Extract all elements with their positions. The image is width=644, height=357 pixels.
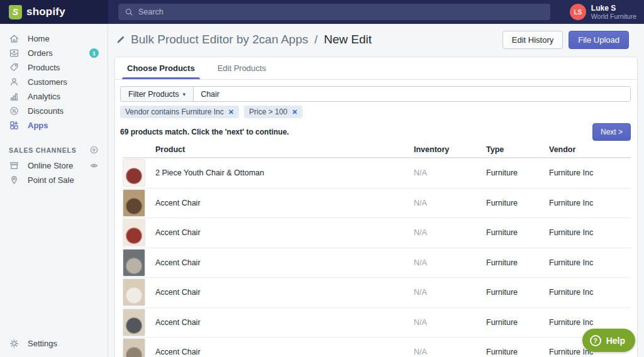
next-button[interactable]: Next > — [592, 123, 631, 141]
product-thumbnail — [123, 159, 145, 187]
breadcrumb: Bulk Product Editor by 2can Apps / New E… — [116, 33, 372, 47]
sidebar-item-label: Home — [28, 34, 50, 43]
product-name[interactable]: 2 Piece Youth Chair & Ottoman — [155, 168, 414, 177]
home-icon — [9, 33, 19, 44]
analytics-icon — [9, 91, 19, 102]
table-header: Product Inventory Type Vendor — [123, 142, 631, 158]
product-thumbnail — [123, 189, 145, 217]
filter-query-input[interactable] — [194, 87, 630, 101]
sidebar-item-label: Point of Sale — [28, 175, 74, 185]
column-header-vendor: Vendor — [549, 145, 631, 154]
customers-icon — [9, 77, 19, 87]
vendor-value: Furniture Inc — [549, 288, 631, 297]
sidebar-item-home[interactable]: Home — [0, 31, 108, 46]
type-value: Furniture — [486, 258, 549, 267]
remove-tag-icon[interactable]: ✕ — [292, 108, 297, 116]
filter-products-dropdown[interactable]: Filter Products ▾ — [121, 87, 194, 101]
product-thumbnail — [123, 309, 145, 336]
type-value: Furniture — [486, 348, 549, 356]
type-value: Furniture — [486, 168, 549, 177]
help-label: Help — [606, 336, 625, 346]
shopify-bag-icon: S — [9, 5, 22, 19]
table-row[interactable]: Accent Chair N/A Furniture Furniture Inc — [123, 248, 631, 278]
sidebar-item-label: Products — [28, 63, 60, 72]
table-row[interactable]: Accent Chair N/A Furniture Furniture Inc — [123, 308, 631, 338]
filter-control: Filter Products ▾ — [120, 86, 631, 102]
sidebar-item-customers[interactable]: Customers — [0, 75, 108, 89]
type-value: Furniture — [486, 199, 549, 207]
column-header-inventory: Inventory — [414, 145, 486, 154]
table-row[interactable]: Accent Chair N/A Furniture Furniture Inc — [123, 338, 631, 357]
inventory-value: N/A — [414, 228, 486, 237]
app-card: Choose Products Edit Products Filter Pro… — [115, 57, 637, 357]
apps-icon — [9, 120, 19, 131]
product-name[interactable]: Accent Chair — [155, 318, 414, 327]
product-name[interactable]: Accent Chair — [155, 348, 414, 356]
sidebar-item-label: Discounts — [28, 106, 64, 116]
product-name[interactable]: Accent Chair — [155, 228, 414, 237]
filter-tag-vendor: Vendor contains Furniture Inc ✕ — [120, 106, 239, 118]
breadcrumb-page-title: New Edit — [324, 33, 372, 47]
inventory-value: N/A — [414, 348, 486, 356]
sales-channels-label: SALES CHANNELS — [9, 146, 76, 154]
inventory-value: N/A — [414, 288, 486, 297]
product-name[interactable]: Accent Chair — [155, 258, 414, 267]
user-name: Luke S — [591, 4, 636, 13]
inventory-value: N/A — [414, 258, 486, 267]
filter-tag-price: Price > 100 ✕ — [244, 106, 303, 118]
chevron-down-icon: ▾ — [183, 91, 186, 97]
product-thumbnail — [123, 219, 145, 246]
search-input[interactable] — [138, 8, 544, 16]
shopify-bag-initial: S — [13, 7, 18, 17]
sidebar-item-label: Online Store — [28, 161, 73, 170]
sidebar-item-point-of-sale[interactable]: Point of Sale — [0, 173, 108, 187]
sidebar-item-settings[interactable]: Settings — [0, 336, 108, 351]
sidebar-item-analytics[interactable]: Analytics — [0, 89, 108, 104]
table-row[interactable]: Accent Chair N/A Furniture Furniture Inc — [123, 189, 631, 219]
global-search[interactable] — [118, 4, 550, 20]
table-row[interactable]: Accent Chair N/A Furniture Furniture Inc — [123, 218, 631, 248]
page-header: Bulk Product Editor by 2can Apps / New E… — [108, 24, 644, 55]
sales-channels-header: SALES CHANNELS — [0, 145, 108, 155]
column-header-product: Product — [155, 145, 414, 154]
table-row[interactable]: Accent Chair N/A Furniture Furniture Inc — [123, 278, 631, 308]
sidebar-item-discounts[interactable]: Discounts — [0, 104, 108, 118]
vendor-value: Furniture Inc — [549, 228, 631, 237]
file-upload-button[interactable]: File Upload — [569, 31, 629, 49]
orders-count-badge: 1 — [89, 48, 99, 58]
settings-gear-icon — [9, 338, 19, 349]
sidebar-item-online-store[interactable]: Online Store — [0, 158, 108, 173]
sidebar-item-label: Settings — [28, 339, 57, 348]
view-store-eye-icon[interactable] — [89, 161, 99, 170]
sidebar: Home Orders 1 Products Customers Analyti… — [0, 24, 108, 357]
sidebar-item-orders[interactable]: Orders 1 — [0, 46, 108, 60]
remove-tag-icon[interactable]: ✕ — [228, 108, 234, 116]
discounts-icon — [9, 106, 19, 116]
tab-edit-products[interactable]: Edit Products — [216, 57, 267, 79]
breadcrumb-app-name[interactable]: Bulk Product Editor by 2can Apps — [131, 33, 308, 47]
vendor-value: Furniture Inc — [549, 199, 631, 207]
avatar: LS — [570, 4, 586, 20]
tab-choose-products[interactable]: Choose Products — [126, 57, 196, 79]
products-tag-icon — [9, 62, 19, 73]
sidebar-item-products[interactable]: Products — [0, 60, 108, 75]
sidebar-item-apps[interactable]: Apps — [0, 118, 108, 133]
product-name[interactable]: Accent Chair — [155, 199, 414, 207]
tab-bar: Choose Products Edit Products — [115, 57, 637, 80]
shopify-logo[interactable]: S shopify — [0, 0, 108, 24]
inventory-value: N/A — [414, 318, 486, 327]
product-name[interactable]: Accent Chair — [155, 288, 414, 297]
edit-history-button[interactable]: Edit History — [502, 31, 563, 49]
sidebar-item-label: Orders — [28, 48, 53, 58]
vendor-value: Furniture Inc — [549, 318, 631, 327]
help-button[interactable]: ? Help — [582, 329, 635, 352]
product-thumbnail — [123, 338, 145, 357]
table-row[interactable]: 2 Piece Youth Chair & Ottoman N/A Furnit… — [123, 158, 631, 189]
type-value: Furniture — [486, 228, 549, 237]
active-filter-tags: Vendor contains Furniture Inc ✕ Price > … — [120, 106, 631, 118]
vendor-value: Furniture Inc — [549, 168, 631, 177]
add-channel-icon[interactable] — [89, 145, 99, 155]
user-menu[interactable]: LS Luke S World Furniture — [570, 3, 636, 21]
type-value: Furniture — [486, 288, 549, 297]
question-mark-icon: ? — [590, 335, 601, 346]
